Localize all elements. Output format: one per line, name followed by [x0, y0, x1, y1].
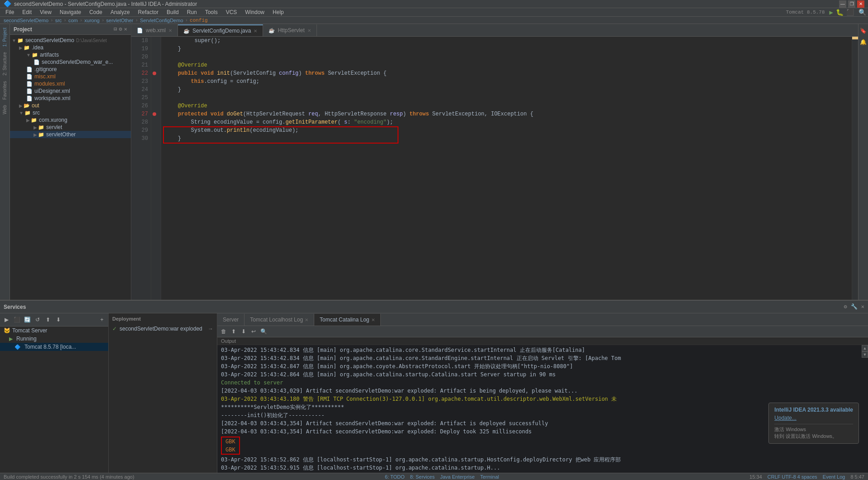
log-area-inner: Deployment ✓ secondServletDemo:war explo… [109, 313, 868, 473]
services-settings-icon[interactable]: ⚙ [844, 303, 847, 310]
bottom-tab-server[interactable]: Server [217, 314, 245, 326]
project-panel-icons[interactable]: ⊟ ⚙ ✕ [114, 26, 127, 33]
status-terminal[interactable]: Terminal [480, 474, 499, 480]
log-scroll-up-btn[interactable]: ▲ [862, 345, 868, 351]
search-everywhere-icon[interactable]: 🔍 [858, 9, 866, 16]
log-scroll-top-btn[interactable]: ⬆ [229, 327, 238, 336]
tree-gitignore[interactable]: 📄 .gitignore [10, 66, 131, 73]
breadcrumb-class[interactable]: ServletConfigDemo [140, 18, 183, 23]
tab-httpservlet-close[interactable]: ✕ [307, 28, 311, 33]
collapse-all-icon[interactable]: ⊟ [114, 26, 117, 33]
window-controls[interactable]: — ❐ ✕ [839, 0, 864, 8]
tree-out[interactable]: ▶ 📂 out [10, 102, 131, 109]
deploy-action-icon[interactable]: → [208, 326, 213, 332]
sidebar-project-label[interactable]: 1: Project [2, 28, 7, 47]
tab-servletconfigdemo-close[interactable]: ✕ [254, 29, 257, 34]
tree-war[interactable]: 📄 secondServletDemo_war_e... [10, 58, 131, 66]
breadcrumb-xurong[interactable]: xurong [84, 18, 100, 23]
tab-webxml[interactable]: 📄 web.xml ✕ [131, 24, 178, 36]
menu-code[interactable]: Code [86, 8, 106, 16]
deploy-btn[interactable]: ⬆ [43, 315, 53, 324]
stop-server-btn[interactable]: ⬛ [12, 315, 21, 324]
bottom-tab-catalina-close[interactable]: ✕ [371, 317, 375, 322]
menu-vcs[interactable]: VCS [222, 8, 241, 16]
sidebar-favorites-label[interactable]: Favorites [2, 81, 7, 100]
tree-src[interactable]: ▼ 📁 src [10, 109, 131, 116]
tab-httpservlet[interactable]: ☕ HttpServlet ✕ [263, 24, 317, 36]
code-content[interactable]: super(); } @Override public void init(Se… [161, 37, 852, 300]
breadcrumb-com[interactable]: com [68, 18, 78, 23]
menu-navigate[interactable]: Navigate [56, 8, 85, 16]
close-button[interactable]: ✕ [857, 0, 864, 8]
restore-button[interactable]: ❐ [848, 0, 855, 8]
menu-window[interactable]: Window [241, 8, 268, 16]
tree-modules[interactable]: 📄 modules.xml [10, 80, 131, 87]
status-todo[interactable]: 6: TODO [385, 474, 405, 480]
breadcrumb-project[interactable]: secondServletDemo [4, 18, 48, 23]
deployment-item[interactable]: ✓ secondServletDemo:war exploded → [109, 324, 217, 333]
minimize-button[interactable]: — [839, 0, 846, 8]
breadcrumb-servletother[interactable]: servletOther [106, 18, 134, 23]
undeploy-btn[interactable]: ⬇ [54, 315, 63, 324]
run-server-btn[interactable]: ▶ [2, 315, 11, 324]
tree-servlet[interactable]: ▶ 📁 servlet [10, 124, 131, 131]
close-panel-icon[interactable]: ✕ [124, 26, 127, 33]
project-icon: 📁 [17, 38, 24, 43]
code-editor[interactable]: 18 19 20 21 22 23 24 25 26 27 28 29 30 [131, 37, 858, 300]
menu-run[interactable]: Run [183, 8, 201, 16]
tree-workspace[interactable]: 📄 workspace.xml [10, 95, 131, 102]
menu-help[interactable]: Help [269, 8, 288, 16]
bookmarks-icon[interactable]: 🔖 [860, 28, 867, 34]
tree-misc-label: misc.xml [34, 73, 56, 80]
refresh-server-btn[interactable]: ↺ [33, 315, 42, 324]
tree-servletother[interactable]: ▶ 📁 servletOther [10, 131, 131, 138]
tab-webxml-close[interactable]: ✕ [168, 28, 172, 33]
tree-idea[interactable]: ▶ 📁 .idea [10, 44, 131, 51]
servlet-folder-icon: 📁 [38, 125, 44, 130]
menu-view[interactable]: View [36, 8, 55, 16]
server-running-item[interactable]: ▶ Running [0, 335, 108, 343]
tree-root[interactable]: ▼ 📁 secondServletDemo D:\Java\Servlet [10, 37, 131, 44]
debug-button[interactable]: 🐛 [836, 9, 844, 16]
tree-misc[interactable]: 📄 misc.xml [10, 73, 131, 80]
menu-analyze[interactable]: Analyze [107, 8, 134, 16]
server-instance-item[interactable]: 🔷 Tomcat 8.5.78 [loca... [0, 343, 108, 351]
bottom-tab-localhost-close[interactable]: ✕ [305, 317, 308, 322]
log-clear-btn[interactable]: 🗑 [219, 327, 228, 336]
bottom-tab-catalina[interactable]: Tomcat Catalina Log ✕ [314, 314, 380, 326]
services-close-icon[interactable]: ✕ [861, 303, 864, 310]
menu-tools[interactable]: Tools [201, 8, 221, 16]
log-scroll-bottom-btn[interactable]: ⬇ [239, 327, 248, 336]
notification-update-link[interactable]: Update... [774, 415, 796, 421]
services-header-icons[interactable]: ⚙ 🔧 ✕ [844, 303, 864, 310]
tree-com-xurong[interactable]: ▶ 📁 com.xurong [10, 116, 131, 124]
menu-file[interactable]: File [2, 8, 18, 16]
server-tomcat-root[interactable]: 🐱 Tomcat Server [0, 326, 108, 335]
add-server-btn[interactable]: + [97, 315, 106, 324]
settings-icon[interactable]: ⚙ [119, 26, 122, 33]
log-scroll-down-btn[interactable]: ▼ [862, 351, 868, 358]
notifications-icon[interactable]: 🔔 [860, 39, 867, 46]
status-encoding[interactable]: CRLF UTF-8 4 spaces [767, 474, 817, 480]
log-wrap-btn[interactable]: ↩ [249, 327, 258, 336]
bottom-tab-localhost[interactable]: Tomcat Localhost Log ✕ [245, 314, 314, 326]
menu-edit[interactable]: Edit [19, 8, 35, 16]
services-config-icon[interactable]: 🔧 [851, 303, 858, 310]
log-filter-btn[interactable]: 🔍 [259, 327, 268, 336]
log-scroll-controls[interactable]: ▲ ▼ [862, 345, 868, 358]
tab-servletconfigdemo[interactable]: ☕ ServletConfigDemo.java ✕ [178, 24, 263, 36]
app-logo-icon: 🔷 [4, 0, 11, 8]
sidebar-structure-label[interactable]: 2: Structure [2, 52, 7, 76]
run-button[interactable]: ▶ [830, 9, 833, 16]
status-java-enterprise[interactable]: Java Enterprise [440, 474, 475, 480]
menu-refactor[interactable]: Refactor [134, 8, 162, 16]
tree-uidesigner[interactable]: 📄 uiDesigner.xml [10, 87, 131, 95]
status-event-log[interactable]: Event Log [823, 474, 845, 480]
stop-button[interactable]: ⬛ [846, 9, 854, 16]
restart-server-btn[interactable]: 🔄 [23, 315, 32, 324]
sidebar-web-label[interactable]: Web [2, 105, 7, 114]
menu-build[interactable]: Build [163, 8, 182, 16]
tree-artifacts[interactable]: ▼ 📁 artifacts [10, 51, 131, 58]
breadcrumb-src[interactable]: src [55, 18, 62, 23]
status-services[interactable]: 8: Services [410, 474, 435, 480]
